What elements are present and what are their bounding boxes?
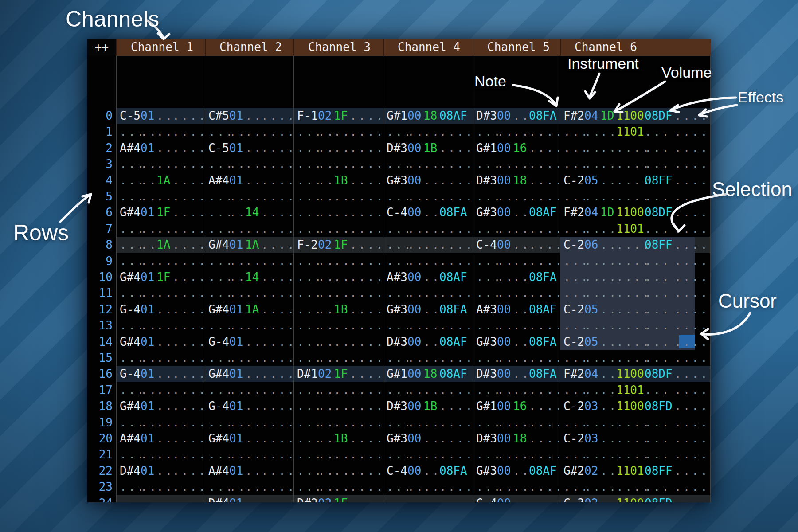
selection-label: Selection [712, 178, 792, 200]
instrument-arrow [585, 74, 599, 98]
effects-arrow-1 [670, 98, 736, 112]
channels-label: Channels [66, 6, 159, 32]
note-arrow [513, 85, 558, 106]
rows-arrow [60, 194, 91, 222]
note-label: Note [474, 73, 506, 90]
desktop-background: Channels Rows Note Instrument Volume Eff… [0, 0, 798, 532]
rows-label: Rows [13, 220, 69, 246]
volume-label: Volume [661, 64, 712, 81]
cursor-arrow [701, 313, 750, 339]
instrument-label: Instrument [567, 55, 639, 72]
volume-arrow [614, 82, 665, 112]
effects-label: Effects [738, 89, 783, 106]
cursor-label: Cursor [718, 290, 777, 312]
effects-arrow-2 [699, 105, 737, 117]
